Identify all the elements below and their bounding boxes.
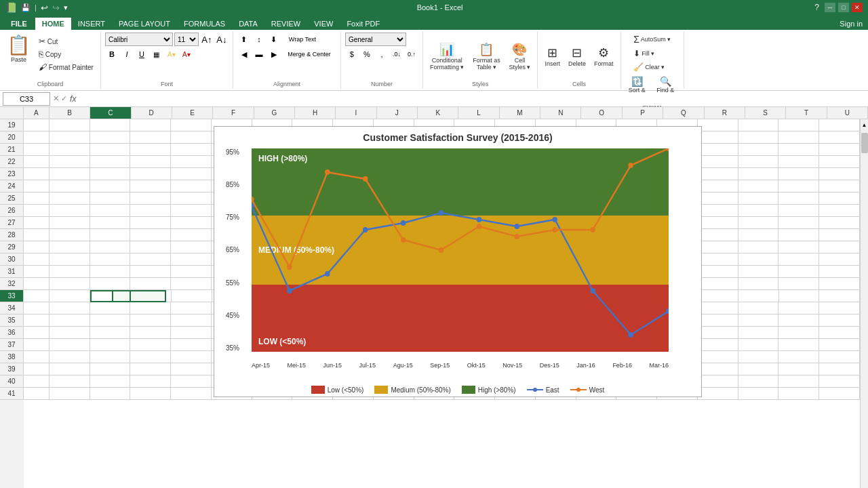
- cell-A25[interactable]: [24, 192, 50, 205]
- row-35[interactable]: 35: [0, 314, 24, 327]
- cell-col18-row38[interactable]: [698, 351, 738, 363]
- font-shrink-button[interactable]: A↓: [215, 33, 229, 46]
- sign-in-btn[interactable]: Sign in: [834, 18, 868, 30]
- row-41[interactable]: 41: [0, 388, 24, 400]
- tab-file[interactable]: FILE: [3, 18, 35, 30]
- tab-view[interactable]: VIEW: [307, 18, 340, 30]
- cell-col21-row24[interactable]: [819, 180, 860, 192]
- cell-col20-row40[interactable]: [778, 375, 819, 388]
- cell-col5-row33[interactable]: [172, 290, 212, 302]
- cell-col19-row19[interactable]: [738, 119, 779, 131]
- fill-button[interactable]: ⬇Fill▾: [631, 47, 657, 60]
- cell-col18-row36[interactable]: [698, 327, 738, 339]
- cell-col18-row29[interactable]: [698, 241, 738, 253]
- cell-B31[interactable]: [50, 266, 90, 278]
- col-header-R[interactable]: R: [705, 107, 745, 119]
- cell-col5-row41[interactable]: [171, 388, 212, 400]
- cell-col4-row22[interactable]: [130, 156, 171, 168]
- row-23[interactable]: 23: [0, 168, 24, 180]
- cell-col20-row39[interactable]: [778, 363, 819, 375]
- cell-col21-row28[interactable]: [819, 229, 860, 241]
- close-btn[interactable]: ✕: [852, 3, 863, 12]
- cell-B21[interactable]: [50, 144, 90, 156]
- cell-col5-row21[interactable]: [171, 144, 212, 156]
- tab-foxit[interactable]: Foxit PDF: [340, 18, 387, 30]
- cell-col19-row26[interactable]: [738, 205, 779, 217]
- cell-B25[interactable]: [50, 192, 90, 205]
- cell-col20-row22[interactable]: [778, 156, 819, 168]
- cell-B26[interactable]: [50, 205, 90, 217]
- cell-styles-button[interactable]: 🎨 Cell Styles ▾: [506, 41, 533, 72]
- scroll-thumb[interactable]: [861, 133, 868, 153]
- cell-col20-row29[interactable]: [778, 241, 819, 253]
- cell-col5-row30[interactable]: [171, 253, 212, 266]
- row-31[interactable]: 31: [0, 266, 24, 278]
- row-33[interactable]: 33: [0, 290, 24, 302]
- row-19[interactable]: 19: [0, 119, 24, 131]
- tab-data[interactable]: DATA: [232, 18, 264, 30]
- col-header-P[interactable]: P: [623, 107, 663, 119]
- cell-B32[interactable]: [50, 278, 90, 290]
- cell-A40[interactable]: [24, 375, 50, 388]
- col-header-N[interactable]: N: [540, 107, 581, 119]
- cell-A26[interactable]: [24, 205, 50, 217]
- cell-col19-row21[interactable]: [738, 144, 779, 156]
- cell-B40[interactable]: [50, 375, 90, 388]
- col-header-I[interactable]: I: [336, 107, 376, 119]
- cell-col18-row37[interactable]: [698, 339, 738, 351]
- cell-B22[interactable]: [50, 156, 90, 168]
- cell-col19-row32[interactable]: [738, 278, 779, 290]
- cell-col4-row31[interactable]: [130, 266, 171, 278]
- cell-B23[interactable]: [50, 168, 90, 180]
- cell-col21-row31[interactable]: [819, 266, 860, 278]
- cell-col21-row27[interactable]: [819, 217, 860, 229]
- col-header-E[interactable]: E: [172, 107, 213, 119]
- comma-button[interactable]: ,: [375, 47, 389, 61]
- cell-col20-row28[interactable]: [778, 229, 819, 241]
- align-bottom-button[interactable]: ⬇: [267, 33, 281, 46]
- cell-C28[interactable]: [90, 229, 131, 241]
- row-24[interactable]: 24: [0, 180, 24, 192]
- cell-col21-row30[interactable]: [819, 253, 860, 266]
- cell-col4-row34[interactable]: [130, 302, 171, 314]
- paste-button[interactable]: 📋 Paste: [4, 33, 33, 64]
- cell-reference-input[interactable]: [3, 92, 50, 106]
- font-color-button[interactable]: A▾: [180, 47, 193, 61]
- cell-col18-row27[interactable]: [698, 217, 738, 229]
- col-header-B[interactable]: B: [50, 107, 90, 119]
- cell-col21-row29[interactable]: [819, 241, 860, 253]
- border-button[interactable]: ▦: [150, 47, 163, 61]
- align-right-button[interactable]: ▶: [267, 47, 281, 61]
- cell-col18-row28[interactable]: [698, 229, 738, 241]
- cell-B35[interactable]: [50, 314, 90, 327]
- cell-A37[interactable]: [24, 339, 50, 351]
- row-32[interactable]: 32: [0, 278, 24, 290]
- cell-col19-row23[interactable]: [738, 168, 779, 180]
- cell-col21-row41[interactable]: [819, 388, 860, 400]
- cell-col20-row36[interactable]: [778, 327, 819, 339]
- cell-col5-row32[interactable]: [171, 278, 212, 290]
- cell-col5-row19[interactable]: [171, 119, 212, 131]
- cell-col19-row41[interactable]: [738, 388, 779, 400]
- cell-C35[interactable]: [90, 314, 131, 327]
- cell-col21-row32[interactable]: [819, 278, 860, 290]
- cell-col5-row35[interactable]: [171, 314, 212, 327]
- font-size-select[interactable]: 11810121416: [174, 33, 199, 46]
- cell-col5-row31[interactable]: [171, 266, 212, 278]
- cell-C40[interactable]: [90, 375, 131, 388]
- col-header-T[interactable]: T: [786, 107, 827, 119]
- cell-B37[interactable]: [50, 339, 90, 351]
- cell-col20-row34[interactable]: [778, 302, 819, 314]
- cell-col5-row39[interactable]: [171, 363, 212, 375]
- conditional-formatting-button[interactable]: 📊 Conditional Formatting ▾: [427, 41, 467, 72]
- cell-B28[interactable]: [50, 229, 90, 241]
- cell-C20[interactable]: [90, 131, 131, 144]
- cell-col4-row28[interactable]: [130, 229, 171, 241]
- cell-col18-row19[interactable]: [698, 119, 738, 131]
- cell-A41[interactable]: [24, 388, 50, 400]
- format-painter-button[interactable]: 🖌 Format Painter: [36, 61, 96, 73]
- col-header-J[interactable]: J: [377, 107, 418, 119]
- cell-col20-row31[interactable]: [778, 266, 819, 278]
- align-center-button[interactable]: ▬: [252, 47, 266, 61]
- cell-B29[interactable]: [50, 241, 90, 253]
